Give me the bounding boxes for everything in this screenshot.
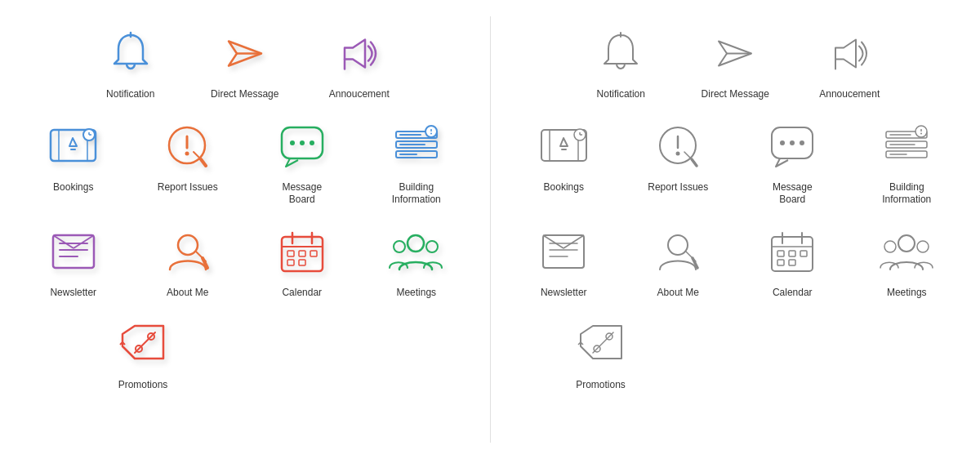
right-newsletter-label: Newsletter xyxy=(541,287,587,300)
right-promotions[interactable]: Promotions xyxy=(556,315,646,392)
svg-point-29 xyxy=(430,133,432,135)
svg-point-68 xyxy=(675,152,679,156)
svg-rect-43 xyxy=(287,251,294,256)
left-direct-message[interactable]: Direct Message xyxy=(200,25,290,101)
svg-point-19 xyxy=(300,140,305,145)
right-newsletter[interactable]: Newsletter xyxy=(519,223,608,300)
svg-rect-99 xyxy=(800,251,807,256)
left-row-3: Newsletter About Me xyxy=(16,223,474,300)
right-report-issues-label: Report Issues xyxy=(648,181,708,194)
svg-point-90 xyxy=(668,235,688,255)
left-promotions-label: Promotions xyxy=(118,379,168,392)
left-panel: Notification Direct Message Annoucemen xyxy=(0,0,490,459)
svg-point-74 xyxy=(800,140,804,145)
svg-rect-84 xyxy=(543,235,584,268)
left-newsletter-label: Newsletter xyxy=(50,287,96,300)
svg-rect-30 xyxy=(53,235,94,268)
svg-line-89 xyxy=(564,235,584,248)
right-meetings[interactable]: Meetings xyxy=(862,223,951,300)
svg-point-102 xyxy=(898,235,915,252)
svg-rect-97 xyxy=(777,251,784,256)
left-promotions[interactable]: Promotions xyxy=(98,315,188,392)
left-about-me[interactable]: About Me xyxy=(143,223,233,300)
svg-rect-98 xyxy=(789,251,795,256)
svg-line-34 xyxy=(53,235,74,248)
left-about-me-label: About Me xyxy=(167,287,208,300)
svg-rect-46 xyxy=(287,260,294,265)
right-row-1: Notification Direct Message Annoucemen xyxy=(507,25,964,101)
right-row-3: Newsletter About Me xyxy=(507,223,964,300)
left-meetings[interactable]: Meetings xyxy=(372,223,461,300)
left-newsletter[interactable]: Newsletter xyxy=(29,223,118,300)
right-notification[interactable]: Notification xyxy=(576,25,666,101)
left-bookings-label: Bookings xyxy=(53,181,93,194)
right-building-information[interactable]: BuildingInformation xyxy=(862,118,951,207)
svg-point-73 xyxy=(790,140,795,145)
left-message-board-label: MessageBoard xyxy=(282,181,322,207)
svg-marker-61 xyxy=(560,138,568,146)
svg-point-50 xyxy=(426,241,438,252)
svg-rect-44 xyxy=(299,251,305,256)
right-message-board[interactable]: MessageBoard xyxy=(747,118,837,207)
svg-line-52 xyxy=(135,332,155,353)
right-building-information-label: BuildingInformation xyxy=(882,181,931,207)
right-promotions-label: Promotions xyxy=(576,379,626,392)
svg-point-104 xyxy=(917,241,929,252)
svg-point-49 xyxy=(394,241,405,252)
svg-point-103 xyxy=(884,241,896,252)
right-report-issues[interactable]: Report Issues xyxy=(633,118,723,207)
right-direct-message-label: Direct Message xyxy=(702,88,769,101)
right-notification-label: Notification xyxy=(597,88,645,101)
left-calendar-label: Calendar xyxy=(282,287,322,300)
right-annoucement-label: Annoucement xyxy=(819,88,880,101)
svg-point-72 xyxy=(780,140,785,145)
left-notification[interactable]: Notification xyxy=(86,25,176,101)
right-bookings[interactable]: Bookings xyxy=(519,118,608,207)
left-row-2: Bookings Report Issues xyxy=(16,118,474,207)
left-direct-message-label: Direct Message xyxy=(211,88,278,101)
right-bookings-label: Bookings xyxy=(544,181,584,194)
svg-rect-45 xyxy=(310,251,317,256)
svg-rect-47 xyxy=(299,260,305,265)
left-building-information-label: BuildingInformation xyxy=(392,181,441,207)
right-meetings-label: Meetings xyxy=(887,287,927,300)
svg-line-38 xyxy=(203,258,207,268)
svg-point-36 xyxy=(178,235,198,255)
svg-point-18 xyxy=(290,140,295,145)
svg-point-83 xyxy=(920,133,922,135)
left-building-information[interactable]: BuildingInformation xyxy=(372,118,461,207)
left-meetings-label: Meetings xyxy=(396,287,436,300)
right-calendar[interactable]: Calendar xyxy=(747,223,837,300)
left-report-issues[interactable]: Report Issues xyxy=(143,118,233,207)
left-row-4: Promotions xyxy=(16,315,474,392)
svg-line-16 xyxy=(201,159,206,166)
right-panel: Notification Direct Message Annoucemen xyxy=(491,0,981,459)
right-about-me-label: About Me xyxy=(657,287,699,300)
left-notification-label: Notification xyxy=(106,88,154,101)
left-annoucement-label: Annoucement xyxy=(329,88,390,101)
left-annoucement[interactable]: Annoucement xyxy=(314,25,404,101)
right-about-me[interactable]: About Me xyxy=(633,223,723,300)
left-bookings[interactable]: Bookings xyxy=(29,118,118,207)
left-calendar[interactable]: Calendar xyxy=(257,223,347,300)
svg-point-48 xyxy=(408,235,424,252)
right-message-board-label: MessageBoard xyxy=(773,181,813,207)
svg-point-14 xyxy=(185,152,189,156)
svg-rect-100 xyxy=(777,260,784,265)
left-row-1: Notification Direct Message Annoucemen xyxy=(16,25,474,101)
right-direct-message[interactable]: Direct Message xyxy=(690,25,780,101)
right-row-2: Bookings Report Issues xyxy=(507,118,964,207)
svg-line-35 xyxy=(74,235,94,248)
right-annoucement[interactable]: Annoucement xyxy=(804,25,894,101)
svg-rect-101 xyxy=(789,260,795,265)
right-calendar-label: Calendar xyxy=(773,287,813,300)
right-row-4: Promotions xyxy=(507,315,964,392)
left-report-issues-label: Report Issues xyxy=(158,181,218,194)
left-message-board[interactable]: MessageBoard xyxy=(257,118,347,207)
svg-line-70 xyxy=(692,159,697,166)
svg-point-20 xyxy=(310,140,314,145)
svg-line-88 xyxy=(543,235,564,248)
svg-line-106 xyxy=(593,332,613,353)
svg-marker-7 xyxy=(69,138,77,146)
